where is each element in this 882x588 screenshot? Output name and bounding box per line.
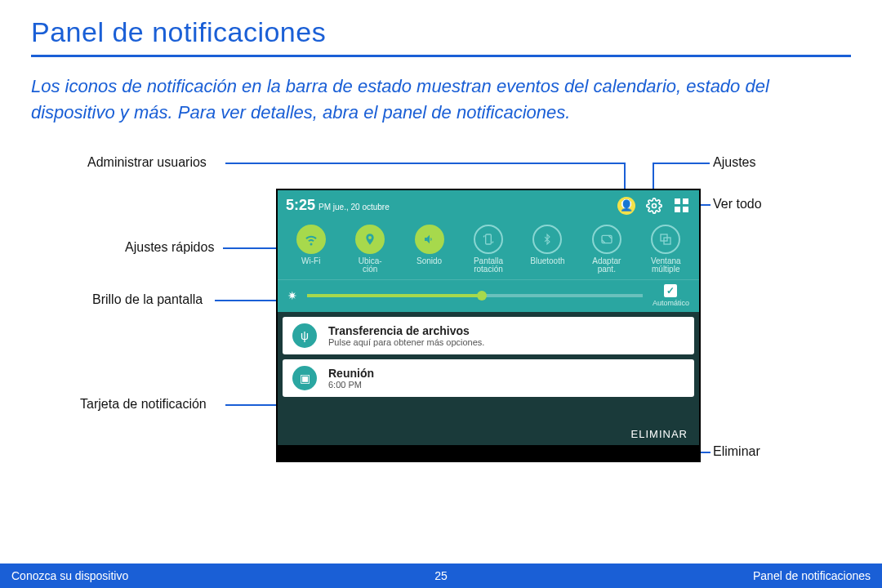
qs-label: Sonido bbox=[403, 257, 456, 266]
callout-brightness: Brillo de la pantalla bbox=[92, 292, 203, 307]
qs-item-rotate[interactable]: Pantallarotación bbox=[461, 225, 514, 274]
clear-button[interactable]: ELIMINAR bbox=[631, 428, 688, 440]
qs-item-adapt[interactable]: Adaptarpant. bbox=[580, 225, 633, 274]
line-settings-h bbox=[653, 163, 710, 164]
gear-icon[interactable] bbox=[645, 197, 663, 215]
line-manage-users-h bbox=[225, 163, 626, 164]
notification-card[interactable]: ψ Transferencia de archivos Pulse aquí p… bbox=[283, 317, 694, 354]
callout-clear: Eliminar bbox=[713, 444, 760, 459]
qs-label: Adaptarpant. bbox=[580, 257, 633, 274]
brightness-slider[interactable] bbox=[307, 294, 643, 297]
callout-view-all: Ver todo bbox=[713, 197, 762, 212]
card-title: Transferencia de archivos bbox=[328, 324, 484, 337]
rotate-icon bbox=[474, 225, 503, 254]
usb-icon: ψ bbox=[292, 323, 317, 348]
checkbox-icon[interactable]: ✓ bbox=[664, 284, 677, 297]
svg-point-0 bbox=[653, 203, 657, 207]
svg-rect-4 bbox=[683, 207, 688, 212]
sound-icon bbox=[415, 225, 444, 254]
card-subtitle: Pulse aquí para obtener más opciones. bbox=[328, 337, 484, 347]
callout-settings: Ajustes bbox=[713, 155, 755, 170]
auto-brightness-label: Automático bbox=[653, 299, 689, 307]
qs-label: Ubica-ción bbox=[343, 257, 396, 274]
callout-quick-settings: Ajustes rápidos bbox=[125, 240, 214, 255]
notification-card[interactable]: ▣ Reunión 6:00 PM bbox=[283, 359, 694, 397]
notification-area: ψ Transferencia de archivos Pulse aquí p… bbox=[278, 312, 699, 445]
bt-icon bbox=[532, 225, 562, 254]
adapt-icon bbox=[592, 225, 621, 254]
auto-brightness[interactable]: ✓ Automático bbox=[653, 284, 689, 307]
qs-item-sound[interactable]: Sonido bbox=[403, 225, 456, 274]
brightness-icon: ✷ bbox=[287, 289, 297, 302]
qs-label: Bluetooth bbox=[521, 257, 574, 266]
callout-manage-users: Administrar usuarios bbox=[87, 155, 207, 170]
page-footer: Conozca su dispositivo 25 Panel de notif… bbox=[0, 564, 882, 588]
pin-icon bbox=[355, 225, 385, 254]
device-frame: 5:25PM jue., 20 octubre 👤 Wi-FiUbica-ció… bbox=[276, 189, 701, 462]
wifi-icon bbox=[296, 225, 326, 254]
clock: 5:25PM jue., 20 octubre bbox=[286, 197, 390, 214]
svg-rect-2 bbox=[683, 198, 688, 204]
qs-label: Pantallarotación bbox=[461, 257, 514, 274]
card-title: Reunión bbox=[328, 367, 374, 380]
qs-label: Wi-Fi bbox=[284, 257, 337, 266]
footer-page-number: 25 bbox=[434, 569, 448, 582]
svg-rect-5 bbox=[486, 234, 492, 244]
page-title: Panel de notificaciones bbox=[31, 16, 851, 48]
status-bar: 5:25PM jue., 20 octubre 👤 bbox=[278, 190, 699, 221]
intro-text: Los iconos de notificación en la barra d… bbox=[31, 74, 815, 126]
diagram-container: Administrar usuarios Ajustes rápidos Bri… bbox=[31, 144, 851, 487]
clock-date: jue., 20 octubre bbox=[333, 203, 390, 212]
qs-item-wifi[interactable]: Wi-Fi bbox=[284, 225, 337, 274]
calendar-icon: ▣ bbox=[292, 366, 317, 390]
brightness-row: ✷ ✓ Automático bbox=[278, 279, 699, 312]
multi-icon bbox=[651, 225, 680, 254]
footer-left: Conozca su dispositivo bbox=[11, 569, 128, 582]
svg-rect-1 bbox=[675, 198, 680, 204]
qs-item-bt[interactable]: Bluetooth bbox=[521, 225, 574, 274]
grid-icon[interactable] bbox=[673, 197, 691, 215]
clock-ampm: PM bbox=[318, 203, 331, 212]
svg-rect-3 bbox=[675, 207, 680, 212]
card-subtitle: 6:00 PM bbox=[328, 380, 374, 390]
callout-notif-card: Tarjeta de notificación bbox=[80, 397, 207, 412]
quick-settings-row: Wi-FiUbica-ciónSonidoPantallarotaciónBlu… bbox=[278, 221, 699, 279]
title-divider bbox=[31, 55, 851, 57]
qs-item-pin[interactable]: Ubica-ción bbox=[343, 225, 396, 274]
qs-label: Ventanamúltiple bbox=[639, 257, 693, 274]
footer-right: Panel de notificaciones bbox=[753, 569, 871, 582]
qs-item-multi[interactable]: Ventanamúltiple bbox=[639, 225, 693, 274]
user-icon[interactable]: 👤 bbox=[617, 197, 635, 215]
clock-time: 5:25 bbox=[286, 197, 315, 213]
